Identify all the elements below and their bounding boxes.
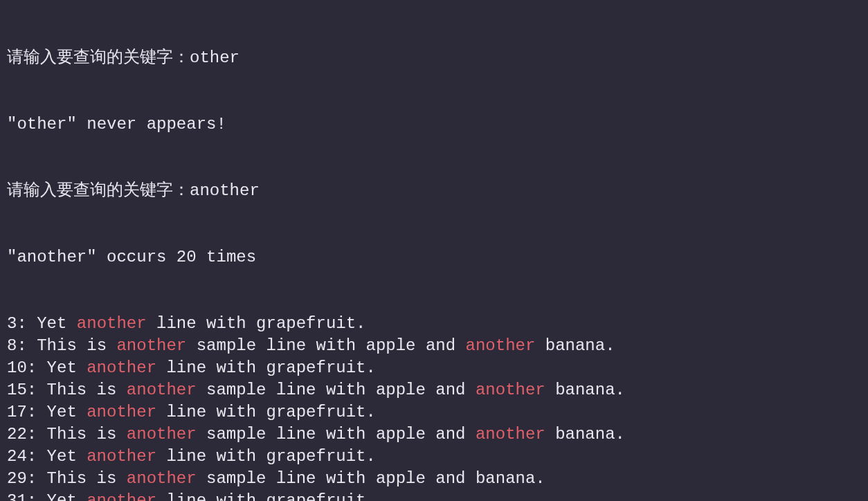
- text-segment: sample line with apple and banana.: [197, 469, 545, 488]
- never-appears-msg: "other" never appears!: [7, 113, 861, 136]
- highlighted-keyword: another: [87, 403, 156, 421]
- result-line: 10: Yet another line with grapefruit.: [7, 357, 861, 379]
- never-suffix: " never appears!: [66, 115, 226, 134]
- text-segment: sample line with apple and: [186, 336, 465, 355]
- text-segment: banana.: [545, 381, 625, 399]
- text-segment: This is: [47, 425, 127, 444]
- text-segment: Yet: [47, 358, 87, 377]
- highlighted-keyword: another: [87, 358, 156, 377]
- line-number: 8:: [7, 336, 37, 355]
- highlighted-keyword: another: [127, 425, 197, 444]
- highlighted-keyword: another: [127, 381, 197, 399]
- line-number: 29:: [7, 469, 47, 488]
- text-segment: line with grapefruit.: [147, 314, 366, 333]
- text-segment: line with grapefruit.: [156, 403, 376, 421]
- text-segment: This is: [37, 336, 116, 355]
- line-number: 15:: [7, 381, 47, 399]
- quote: ": [7, 248, 17, 266]
- text-segment: Yet: [37, 314, 77, 333]
- highlighted-keyword: another: [127, 469, 197, 488]
- highlighted-keyword: another: [87, 491, 156, 501]
- line-number: 17:: [7, 403, 47, 421]
- result-line: 31: Yet another line with grapefruit.: [7, 490, 861, 501]
- text-segment: banana.: [535, 336, 615, 355]
- terminal-output[interactable]: 请输入要查询的关键字：other "other" never appears! …: [0, 0, 868, 501]
- occurs-suffix: times: [197, 248, 256, 266]
- occurs-mid: " occurs: [87, 248, 177, 266]
- query-entered: other: [190, 48, 239, 67]
- highlighted-keyword: another: [476, 425, 545, 444]
- highlighted-keyword: another: [77, 314, 147, 333]
- text-segment: line with grapefruit.: [156, 491, 376, 501]
- line-number: 31:: [7, 491, 47, 501]
- prompt-label: 请输入要查询的关键字：: [7, 48, 190, 67]
- result-line: 24: Yet another line with grapefruit.: [7, 446, 861, 468]
- text-segment: Yet: [47, 403, 87, 421]
- text-segment: line with grapefruit.: [156, 358, 376, 377]
- text-segment: line with grapefruit.: [156, 447, 376, 466]
- result-line: 29: This is another sample line with app…: [7, 468, 861, 490]
- highlighted-keyword: another: [87, 447, 156, 466]
- highlighted-keyword: another: [466, 336, 536, 355]
- quote: ": [7, 115, 17, 134]
- highlighted-keyword: another: [116, 336, 186, 355]
- text-segment: This is: [47, 381, 127, 399]
- text-segment: banana.: [545, 425, 625, 444]
- line-number: 24:: [7, 447, 47, 466]
- text-segment: sample line with apple and: [197, 425, 476, 444]
- line-number: 22:: [7, 425, 47, 444]
- prompt-label: 请输入要查询的关键字：: [7, 181, 190, 200]
- text-segment: Yet: [47, 491, 87, 501]
- highlighted-keyword: another: [476, 381, 545, 399]
- text-segment: Yet: [47, 447, 87, 466]
- text-segment: This is: [47, 469, 127, 488]
- result-line: 8: This is another sample line with appl…: [7, 335, 861, 357]
- never-word: other: [17, 115, 66, 134]
- text-segment: sample line with apple and: [197, 381, 476, 399]
- result-line: 17: Yet another line with grapefruit.: [7, 401, 861, 423]
- occurs-count: 20: [177, 248, 197, 266]
- result-line: 22: This is another sample line with app…: [7, 423, 861, 446]
- occurs-msg: "another" occurs 20 times: [7, 246, 861, 268]
- line-number: 10:: [7, 358, 47, 377]
- result-line: 15: This is another sample line with app…: [7, 379, 861, 401]
- result-line: 3: Yet another line with grapefruit.: [7, 313, 861, 335]
- line-number: 3:: [7, 314, 37, 333]
- query-entered: another: [190, 181, 260, 200]
- occurs-word: another: [17, 248, 87, 266]
- prompt-line-2: 请输入要查询的关键字：another: [7, 180, 861, 202]
- prompt-line-1: 请输入要查询的关键字：other: [7, 47, 861, 69]
